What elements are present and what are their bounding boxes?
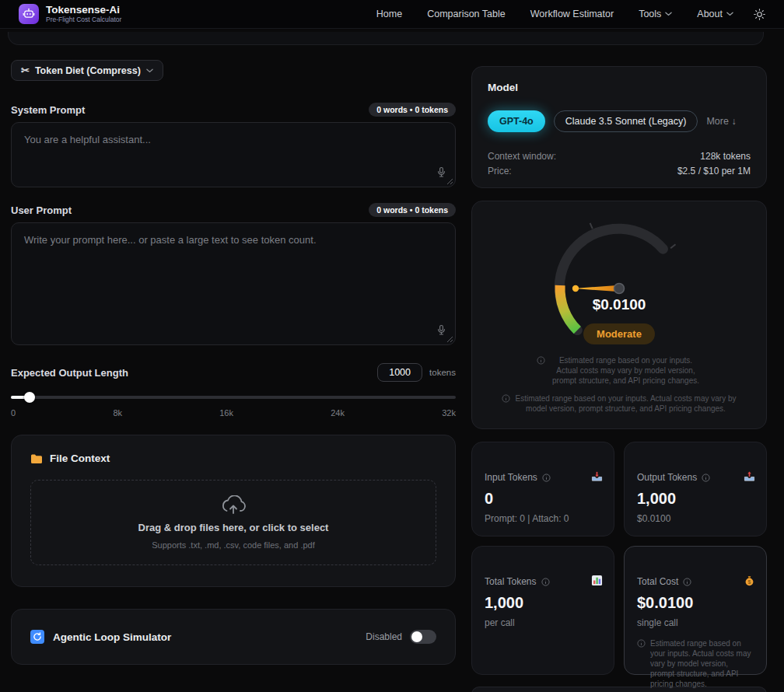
agentic-title: Agentic Loop Simulator xyxy=(53,631,171,643)
brand[interactable]: Tokensense-Ai Pre-Flight Cost Calculator xyxy=(19,4,121,24)
chevron-down-icon xyxy=(665,12,672,16)
info-icon xyxy=(502,394,510,403)
stat-value: $0.0100 xyxy=(637,594,754,612)
system-prompt-count-badge: 0 words • 0 tokens xyxy=(369,103,456,117)
user-prompt-count-badge: 0 words • 0 tokens xyxy=(369,203,456,217)
info-icon xyxy=(537,356,545,365)
nav-about[interactable]: About xyxy=(697,9,733,19)
navbar: Tokensense-Ai Pre-Flight Cost Calculator… xyxy=(0,0,784,29)
total-cost-disclaimer: Estimated range based on your inputs. Ac… xyxy=(637,638,754,689)
info-icon[interactable] xyxy=(541,578,550,586)
stat-label: Total Cost xyxy=(637,576,678,587)
microphone-icon[interactable] xyxy=(436,324,446,336)
spec-label: Context window: xyxy=(488,151,556,162)
info-icon[interactable] xyxy=(542,474,551,482)
stat-value: 1,000 xyxy=(485,594,601,612)
model-pill-gpt4o[interactable]: GPT-4o xyxy=(488,110,545,132)
gauge-disclaimer-1: Estimated range based on your inputs. Ac… xyxy=(472,355,766,386)
stat-value: 1,000 xyxy=(637,490,754,508)
cost-gauge-card: $0.0100 Moderate Estimated range based o… xyxy=(471,201,767,429)
app-subtitle: Pre-Flight Cost Calculator xyxy=(46,16,121,23)
svg-text:$: $ xyxy=(748,579,751,585)
stat-sub: single call xyxy=(637,617,754,628)
dropzone-subtitle: Supports .txt, .md, .csv, code files, an… xyxy=(152,540,315,550)
stat-value: 0 xyxy=(485,490,601,508)
loop-refresh-icon xyxy=(30,630,44,644)
app-title: Tokensense-Ai xyxy=(46,5,121,16)
bar-chart-icon xyxy=(591,575,603,586)
user-prompt-label: User Prompt xyxy=(11,204,72,216)
info-icon xyxy=(637,639,646,648)
nav-comparison-table[interactable]: Comparison Table xyxy=(427,9,506,19)
agentic-loop-card: Agentic Loop Simulator Disabled xyxy=(11,609,456,665)
tick-label: 0 xyxy=(11,408,16,418)
output-length-slider[interactable] xyxy=(11,392,456,403)
output-length-label: Expected Output Length xyxy=(11,367,377,379)
slider-thumb[interactable] xyxy=(24,392,35,403)
input-tokens-card: Input Tokens 0 Prompt: 0 | Attach: 0 xyxy=(471,442,614,536)
tick-label: 24k xyxy=(331,408,345,418)
system-prompt-input[interactable] xyxy=(11,122,456,187)
stat-sub: per call xyxy=(485,617,601,628)
resize-handle[interactable] xyxy=(446,335,453,342)
tick-label: 32k xyxy=(442,408,456,418)
total-cost-card: Total Cost $ $0.0100 single call Estimat… xyxy=(624,546,767,675)
info-icon[interactable] xyxy=(702,474,710,482)
file-context-card: File Context Drag & drop files here, or … xyxy=(11,435,456,587)
spec-label: Price: xyxy=(488,166,512,176)
outbox-tray-icon xyxy=(744,470,755,482)
more-models-link[interactable]: More ↓ xyxy=(706,116,736,127)
resize-handle[interactable] xyxy=(446,177,453,184)
gauge-cost-value: $0.0100 xyxy=(472,296,766,313)
gauge-disclaimer-2: Estimated range based on your inputs. Ac… xyxy=(472,393,766,414)
cost-level-badge: Moderate xyxy=(583,323,655,344)
info-icon[interactable] xyxy=(683,578,691,586)
nav-tools[interactable]: Tools xyxy=(639,9,672,19)
nav-workflow-estimator[interactable]: Workflow Estimator xyxy=(530,9,614,19)
tick-label: 16k xyxy=(219,408,233,418)
theme-toggle-sun-icon[interactable] xyxy=(754,9,765,20)
spec-value: 128k tokens xyxy=(700,151,751,162)
folder-icon xyxy=(30,453,43,464)
output-tokens-card: Output Tokens 1,000 $0.0100 xyxy=(624,442,767,536)
agentic-toggle[interactable] xyxy=(410,630,436,644)
file-context-title: File Context xyxy=(50,453,110,464)
slider-track[interactable] xyxy=(11,396,456,399)
tick-label: 8k xyxy=(113,408,122,418)
inbox-tray-icon xyxy=(591,470,603,482)
output-length-unit: tokens xyxy=(429,368,456,377)
model-pill-claude[interactable]: Claude 3.5 Sonnet (Legacy) xyxy=(554,110,698,132)
spec-context-window: Context window: 128k tokens xyxy=(488,151,751,162)
stat-label: Input Tokens xyxy=(485,472,537,483)
money-bag-icon: $ xyxy=(744,575,755,586)
user-prompt-input[interactable] xyxy=(11,222,456,345)
model-card-title: Model xyxy=(488,82,751,93)
chevron-down-icon xyxy=(726,12,733,16)
stat-label: Output Tokens xyxy=(637,472,697,483)
total-tokens-card: Total Tokens 1,000 per call xyxy=(471,546,614,675)
output-length-input[interactable] xyxy=(377,363,422,382)
stat-sub: Prompt: 0 | Attach: 0 xyxy=(485,513,601,524)
system-prompt-label: System Prompt xyxy=(11,104,85,116)
scrolled-banner-card-edge xyxy=(8,32,764,45)
spec-value: $2.5 / $10 per 1M xyxy=(677,166,751,176)
slider-tick-labels: 0 8k 16k 24k 32k xyxy=(11,408,456,418)
nav-home[interactable]: Home xyxy=(376,9,402,19)
file-dropzone[interactable]: Drag & drop files here, or click to sele… xyxy=(30,480,436,565)
upload-cloud-icon xyxy=(220,495,247,516)
stat-label: Total Tokens xyxy=(485,576,537,587)
agentic-state-label: Disabled xyxy=(366,631,402,642)
robot-logo-icon xyxy=(19,4,39,24)
cost-gauge xyxy=(534,211,705,335)
dropzone-title: Drag & drop files here, or click to sele… xyxy=(138,522,329,533)
model-card: Model GPT-4o Claude 3.5 Sonnet (Legacy) … xyxy=(471,66,767,188)
microphone-icon[interactable] xyxy=(436,166,446,178)
token-diet-button[interactable]: ✂ Token Diet (Compress) xyxy=(11,60,163,81)
stat-sub: $0.0100 xyxy=(637,513,754,524)
scissors-icon: ✂ xyxy=(21,65,30,76)
toggle-thumb xyxy=(411,631,422,642)
spec-price: Price: $2.5 / $10 per 1M xyxy=(488,166,751,176)
chevron-down-icon xyxy=(146,68,153,73)
